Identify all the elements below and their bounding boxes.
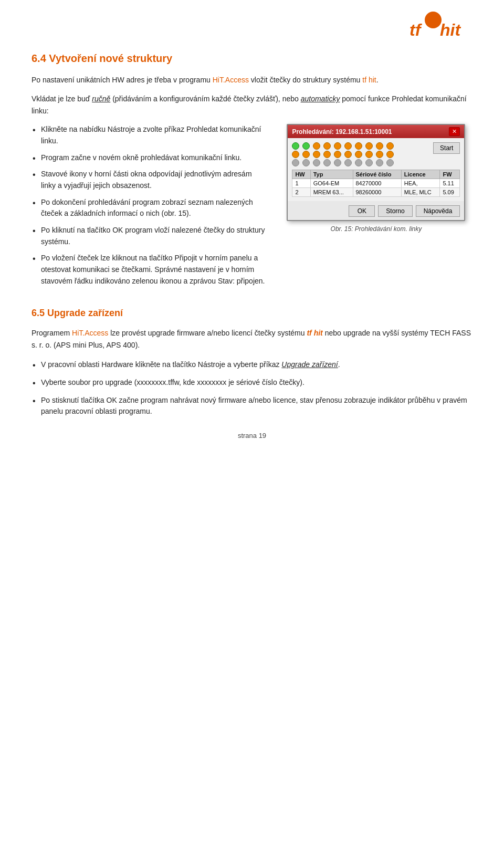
- section65-bullet-2: Vyberte soubor pro upgrade (xxxxxxxx.tff…: [32, 377, 472, 389]
- tf-hit-logo: tf hit: [404, 11, 472, 42]
- intro1-before: Po nastavení unikátních HW adres je třeb…: [32, 76, 213, 84]
- col-seriove-cislo: Sériové číslo: [353, 170, 401, 179]
- status-dot-24: [323, 159, 331, 166]
- cell-typ-1: GO64-EM: [310, 179, 353, 188]
- dialog-table: HW Typ Sériové číslo Licence FW 1 GO64-E…: [292, 170, 460, 197]
- napoveda-button[interactable]: Nápověda: [416, 205, 460, 217]
- ok-button[interactable]: OK: [349, 205, 375, 217]
- dialog-footer: OK Storno Nápověda: [288, 201, 464, 220]
- col-fw: FW: [440, 170, 460, 179]
- page: tf hit 6.4 Vytvoření nové struktury Po n…: [0, 0, 504, 455]
- status-dot-16: [344, 151, 352, 158]
- status-dot-10: [386, 142, 394, 150]
- status-dot-3: [313, 142, 320, 150]
- dialog-figure-column: Prohledávání: 192.168.1.51:10001 ✕: [280, 124, 472, 292]
- status-dot-18: [365, 151, 373, 158]
- section-65-intro: Programem HiT.Access lze provést upgrade…: [32, 327, 472, 351]
- col-licence: Licence: [401, 170, 440, 179]
- storno-button[interactable]: Storno: [378, 205, 412, 217]
- status-dot-29: [376, 159, 383, 166]
- intro2-text: Vkládat je lze buď: [32, 95, 92, 103]
- status-dot-2: [302, 142, 310, 150]
- status-dot-22: [302, 159, 310, 166]
- cell-licence-1: HEA,: [401, 179, 440, 188]
- cell-hw-2: 2: [292, 188, 310, 197]
- status-dot-15: [334, 151, 341, 158]
- status-dot-20: [386, 151, 394, 158]
- hit-access-ref-1: HiT.Access: [213, 76, 249, 84]
- cell-fw-1: 5.11: [440, 179, 460, 188]
- status-dot-9: [376, 142, 383, 150]
- col-hw: HW: [292, 170, 310, 179]
- status-dot-4: [323, 142, 331, 150]
- intro1-end: .: [376, 76, 379, 84]
- section65-bullet-1: V pracovní oblasti Hardware klikněte na …: [32, 359, 472, 371]
- nastroje-text: Nástroje: [198, 360, 225, 369]
- section65-before: Programem: [32, 329, 72, 337]
- table-row-2: 2 MREM 63... 98260000 MLE, MLC 5.09: [292, 188, 460, 197]
- dialog-top-row: Start: [292, 142, 460, 166]
- section65-bullet-3: Po stisknutí tlačítka OK začne program n…: [32, 395, 472, 417]
- status-dot-11: [292, 151, 299, 158]
- bullet-5: Po kliknutí na tlačítko OK program vloží…: [32, 225, 267, 247]
- upgrade-zarizeni-text: Upgrade zařízení: [281, 360, 338, 369]
- intro2-middle: (přidáváním a konfigurováním každé čtečk…: [110, 95, 300, 103]
- hardware-text: Hardware: [101, 360, 133, 369]
- dialog-titlebar: Prohledávání: 192.168.1.51:10001 ✕: [288, 125, 464, 138]
- section-64-bullets: Klikněte na nabídku Nástroje a zvolte př…: [32, 124, 267, 287]
- status-dot-25: [334, 159, 341, 166]
- content-layout: Klikněte na nabídku Nástroje a zvolte př…: [32, 124, 472, 292]
- section-64-title: 6.4 Vytvoření nové struktury: [32, 53, 472, 65]
- status-dot-17: [355, 151, 362, 158]
- prohledavani-dialog: Prohledávání: 192.168.1.51:10001 ✕: [287, 124, 465, 221]
- status-dot-1: [292, 142, 299, 150]
- figure-caption: Obr. 15: Prohledávání kom. linky: [331, 225, 422, 233]
- hit-access-ref-2: HiT.Access: [72, 329, 108, 337]
- cell-hw-1: 1: [292, 179, 310, 188]
- section-65-bullets: V pracovní oblasti Hardware klikněte na …: [32, 359, 472, 417]
- svg-point-0: [425, 12, 442, 28]
- svg-text:tf: tf: [410, 20, 423, 39]
- cell-fw-2: 5.09: [440, 188, 460, 197]
- cell-serial-2: 98260000: [353, 188, 401, 197]
- status-dot-28: [365, 159, 373, 166]
- status-dot-30: [386, 159, 394, 166]
- page-number: strana 19: [238, 432, 266, 439]
- section65-middle: lze provést upgrade firmware a/nebo lice…: [108, 329, 307, 337]
- intro-paragraph-2: Vkládat je lze buď ručně (přidáváním a k…: [32, 93, 472, 117]
- cell-typ-2: MREM 63...: [310, 188, 353, 197]
- status-dot-7: [355, 142, 362, 150]
- status-dot-27: [355, 159, 362, 166]
- section-65-title: 6.5 Upgrade zařízení: [32, 308, 472, 319]
- tf-hit-ref-1: tf hit: [362, 76, 376, 84]
- logo-area: tf hit: [404, 11, 472, 44]
- bullet-4: Po dokončení prohledávání program zobraz…: [32, 197, 267, 219]
- status-dot-5: [334, 142, 341, 150]
- status-dot-19: [376, 151, 383, 158]
- start-button[interactable]: Start: [433, 142, 460, 154]
- status-dot-21: [292, 159, 299, 166]
- svg-text:hit: hit: [440, 20, 461, 39]
- bullet-list-column: Klikněte na nabídku Nástroje a zvolte př…: [32, 124, 267, 292]
- status-dot-12: [302, 151, 310, 158]
- status-dot-8: [365, 142, 373, 150]
- cell-serial-1: 84270000: [353, 179, 401, 188]
- dialog-close-button[interactable]: ✕: [449, 127, 460, 136]
- status-icons-grid: [292, 142, 396, 166]
- intro1-after: vložit čtečky do struktury systému: [249, 76, 362, 84]
- table-row-1: 1 GO64-EM 84270000 HEA, 5.11: [292, 179, 460, 188]
- dialog-body: Start HW Typ Sériové číslo Licence FW: [288, 138, 464, 201]
- intro-paragraph-1: Po nastavení unikátních HW adres je třeb…: [32, 74, 472, 86]
- status-dot-26: [344, 159, 352, 166]
- automaticky-text: automaticky: [301, 95, 340, 103]
- cell-licence-2: MLE, MLC: [401, 188, 440, 197]
- tf-hit-ref-2: tf hit: [307, 329, 322, 337]
- bullet-2: Program začne v novém okně prohledávat k…: [32, 152, 267, 164]
- section-65: 6.5 Upgrade zařízení Programem HiT.Acces…: [32, 308, 472, 417]
- status-dot-23: [313, 159, 320, 166]
- bullet-1: Klikněte na nabídku Nástroje a zvolte př…: [32, 124, 267, 146]
- rucne-text: ručně: [92, 95, 110, 103]
- status-dot-13: [313, 151, 320, 158]
- status-dot-14: [323, 151, 331, 158]
- page-footer: strana 19: [0, 432, 504, 439]
